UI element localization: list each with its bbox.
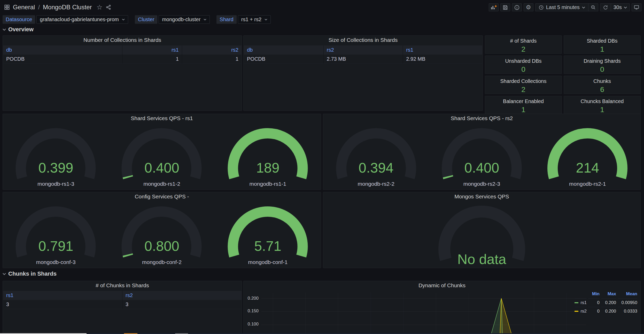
legend-header-min[interactable]: Min (588, 291, 600, 298)
panel-mongos-qps: Mongos Services QPS No data (323, 192, 641, 268)
stat-balancer-enabled: Balancer Enabled 1 (485, 96, 562, 114)
gauge-mongodb-conf-2: 0.800 mongodb-conf-2 (109, 200, 215, 268)
dashboards-grid-icon[interactable] (4, 4, 10, 10)
panel-title[interactable]: # of Chunks in Shards (3, 281, 242, 290)
section-header-chunks[interactable]: Chunks in Shards (3, 270, 57, 277)
chevron-down-icon (204, 19, 206, 20)
stat-title[interactable]: Sharded Collections (485, 78, 562, 84)
time-range-picker[interactable]: Last 5 minutes (536, 4, 588, 11)
stat-title[interactable]: # of Shards (485, 38, 562, 44)
column-header-rs2[interactable]: rs2 (323, 45, 403, 55)
legend-corner (575, 293, 587, 296)
column-header-rs1[interactable]: rs1 (403, 45, 482, 55)
table: rs1 rs2 3 3 (3, 291, 242, 309)
variable-shard: Shard rs1 + rs2 (216, 15, 271, 24)
legend-header-mean[interactable]: Mean (618, 291, 637, 298)
cell-rs2: 2.73 MB (323, 55, 403, 64)
variable-datasource: Datasource grafanacloud-gabrielantunes-p… (3, 15, 128, 24)
section-header-overview[interactable]: Overview (3, 26, 34, 33)
variable-value-dropdown[interactable]: rs1 + rs2 (238, 15, 271, 24)
stat-title[interactable]: Sharded DBs (564, 38, 640, 44)
dashboard-toolbar: ⚙ Last 5 minutes (489, 3, 641, 11)
table-header-row: db rs1 rs2 (3, 45, 242, 55)
gauge-mongodb-conf-3: 0.791 mongodb-conf-3 (3, 200, 109, 268)
save-dashboard-button[interactable] (500, 3, 510, 11)
panel-title[interactable]: Mongos Services QPS (323, 192, 640, 201)
stat-value: 0 (485, 65, 562, 74)
gauge-value: 0.400 (429, 161, 534, 175)
variable-value-dropdown[interactable]: grafanacloud-gabrielantunes-prom (36, 15, 128, 24)
star-icon[interactable]: ☆ (96, 4, 102, 11)
refresh-interval-picker[interactable]: 30s (611, 4, 630, 11)
stat-value: 0 (564, 65, 640, 74)
legend-swatch-rs1 (575, 302, 578, 303)
legend-swatch-rs2 (575, 311, 578, 312)
panel-collections-count: Number of Collections in Shards db rs1 r… (3, 35, 242, 111)
panel-title[interactable]: Config Services QPS - (3, 192, 321, 201)
gauge-value: 5.71 (215, 239, 321, 253)
gauge-value: 214 (535, 161, 640, 175)
variable-value: mongodb-cluster (162, 17, 200, 22)
variable-value-dropdown[interactable]: mongodb-cluster (159, 15, 210, 24)
gauge-label: mongodb-rs1-3 (3, 181, 109, 187)
stat-title[interactable]: Chuncks Balanced (564, 98, 640, 104)
variable-label: Cluster (135, 15, 157, 24)
legend-series-name: rs1 (580, 300, 587, 305)
zoom-out-button[interactable] (588, 4, 598, 11)
legend-min-rs1: 0 (588, 298, 600, 307)
cell-rs1: 2.92 MB (403, 55, 482, 64)
gauge-label: mongodb-rs2-1 (535, 181, 640, 187)
legend-min-rs2: 0 (588, 307, 600, 315)
gauge-label: mongodb-conf-2 (109, 259, 215, 265)
stat-chunks: Chunks 6 (564, 76, 641, 94)
column-header-db[interactable]: db (244, 45, 323, 55)
gauge-value: 0.394 (323, 161, 429, 175)
gauge-mongodb-rs2-3: 0.400 mongodb-rs2-3 (429, 122, 534, 190)
panel-title[interactable]: Dynamic of Chunks (244, 281, 640, 290)
column-header-rs2[interactable]: rs2 (182, 45, 242, 55)
share-icon[interactable] (106, 4, 111, 10)
panel-title[interactable]: Size of Collections in Shards (244, 36, 483, 44)
time-range-label: Last 5 minutes (546, 4, 580, 10)
column-header-rs2[interactable]: rs2 (122, 291, 242, 300)
panel-shard-qps-rs2: Shard Services QPS - rs2 0.394 mongodb-r… (323, 114, 641, 190)
stat-title[interactable]: Balancer Enabled (485, 98, 562, 104)
column-header-db[interactable]: db (3, 45, 122, 55)
legend-series-rs2[interactable]: rs2 (575, 307, 587, 315)
section-title: Overview (8, 26, 34, 33)
stats-grid: # of Shards 2 Sharded DBs 1 Unsharded DB… (485, 35, 641, 111)
add-panel-button[interactable] (489, 3, 499, 11)
column-header-rs1[interactable]: rs1 (122, 45, 182, 55)
cell-rs1: 3 (3, 300, 122, 309)
panel-title[interactable]: Shard Services QPS - rs1 (3, 114, 321, 123)
stat-num-shards: # of Shards 2 (485, 35, 562, 54)
legend-series-rs1[interactable]: rs1 (575, 298, 587, 307)
dashboard-settings-button[interactable]: ⚙ (524, 3, 533, 11)
gauge-mongodb-rs1-1: 189 mongodb-rs1-1 (215, 122, 321, 190)
refresh-button[interactable] (600, 4, 611, 11)
legend-header-max[interactable]: Max (601, 291, 616, 298)
cycle-view-mode-button[interactable] (632, 3, 641, 11)
table-row: 3 3 (3, 300, 242, 309)
variable-value: grafanacloud-gabrielantunes-prom (40, 17, 119, 22)
stat-title[interactable]: Unsharded DBs (485, 58, 562, 64)
stat-title[interactable]: Chunks (564, 78, 640, 84)
stat-draining-shards: Draining Shards 0 (564, 56, 641, 74)
chevron-down-icon (122, 19, 125, 20)
refresh-group: 30s (600, 3, 630, 11)
dashboard-info-button[interactable] (512, 3, 522, 11)
stat-value: 1 (485, 106, 562, 114)
chart-legend: Min Max Mean rs1 0 0.200 0.00950 rs2 0 0… (575, 291, 637, 315)
column-header-rs1[interactable]: rs1 (3, 291, 122, 300)
page-title: MongoDB Cluster (43, 4, 92, 11)
chevron-down-icon (3, 28, 6, 31)
panel-title[interactable]: Number of Collections in Shards (3, 36, 242, 44)
stat-title[interactable]: Draining Shards (564, 58, 640, 64)
panel-title[interactable]: Shard Services QPS - rs2 (323, 114, 640, 123)
breadcrumb-folder[interactable]: General (13, 4, 35, 11)
stat-sharded-collections: Sharded Collections 2 (485, 76, 562, 94)
chevron-down-icon (3, 273, 6, 275)
gauge-mongodb-conf-1: 5.71 mongodb-conf-1 (215, 200, 321, 268)
variable-value: rs1 + rs2 (241, 17, 261, 22)
stat-value: 6 (564, 86, 640, 94)
